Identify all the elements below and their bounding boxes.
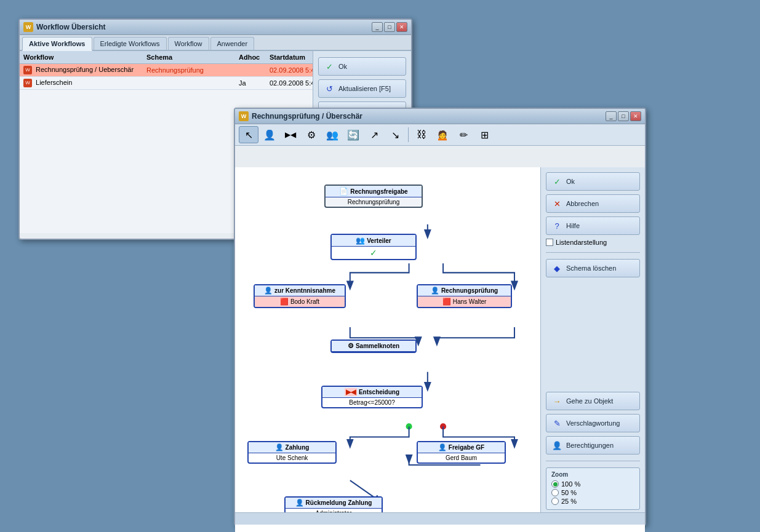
rechnungspruefung-window: W Rechnungsprüfung / Überschär _ □ ✕ ↖ 👤…: [234, 108, 646, 526]
tab-aktive-workflows[interactable]: Aktive Workflows: [22, 37, 92, 51]
svg-point-2: [406, 423, 412, 429]
win1-tabs: Aktive Workflows Erledigte Workflows Wor…: [20, 35, 411, 51]
zoom-50-option[interactable]: 50 %: [551, 489, 634, 496]
win2-abbrechen-btn[interactable]: ✕ Abbrechen: [546, 194, 640, 213]
zoom-title: Zoom: [551, 471, 634, 478]
node-sammelknoten-header: ⚙ Sammelknoten: [332, 341, 415, 352]
win1-ok-btn[interactable]: ✓ Ok: [318, 57, 406, 76]
refresh-icon: ↺: [324, 83, 335, 94]
tab-anwender[interactable]: Anwender: [210, 37, 255, 50]
node-entscheidung-body: Betrag<=25000?: [322, 398, 422, 407]
permissions-icon: 👤: [551, 440, 562, 451]
tool-connect-btn[interactable]: ⚙: [302, 126, 321, 143]
tool-arrow-diag-btn[interactable]: ↘: [385, 126, 405, 143]
col-schema: Schema: [145, 53, 238, 62]
node-verteiler-header: 👥 Verteiler: [332, 235, 415, 247]
win1-title: W Workflow Übersicht: [23, 22, 105, 32]
node-verteiler[interactable]: 👥 Verteiler ✓: [330, 234, 417, 260]
node-rechnungsfreigabe-header: 📄 Rechnungsfreigabe: [326, 186, 422, 197]
node-rechnungsfreigabe[interactable]: 📄 Rechnungsfreigabe Rechnungsprüfung: [324, 185, 423, 208]
win1-controls: _ □ ✕: [372, 22, 407, 32]
tool-select-btn[interactable]: ↖: [239, 126, 258, 143]
win1-title-text: Workflow Übersicht: [36, 23, 105, 31]
tool-arrow-right-btn[interactable]: ↗: [364, 126, 384, 143]
check-icon: ✓: [551, 176, 562, 187]
tool-graph-btn[interactable]: ⛓: [412, 126, 431, 143]
win2-berechtigungen-btn[interactable]: 👤 Berechtigungen: [546, 436, 640, 455]
win2-verschlagwortung-btn[interactable]: ✎ Verschlagwortung: [546, 414, 640, 432]
zoom-100-radio-inner: [553, 482, 558, 486]
win2-schema-loeschen-btn[interactable]: ◆ Schema löschen: [546, 259, 640, 277]
node-freigabe-gf[interactable]: 👤 Freigabe GF Gerd Baum: [417, 441, 506, 464]
win2-toolbar: ↖ 👤 ▶◀ ⚙ 👥 🔄 ↗ ↘ ⛓ 🙍 ✏ ⊞: [235, 124, 645, 146]
sidebar-divider-2: [546, 461, 640, 461]
node-rechnungspruefung-user-body: 🟥 Hans Walter: [418, 296, 511, 307]
node-zur-kenntnis-header: 👤 zur Kenntnnisnahme: [255, 285, 345, 296]
win2-close-btn[interactable]: ✕: [630, 111, 641, 121]
win2-ok-btn[interactable]: ✓ Ok: [546, 172, 640, 191]
tool-sync-btn[interactable]: 🔄: [343, 126, 363, 143]
cell-adhoc-2: Ja: [238, 79, 268, 87]
node-verteiler-body: ✓: [332, 247, 415, 259]
win1-titlebar: W Workflow Übersicht _ □ ✕: [20, 20, 411, 35]
node-freigabe-gf-header: 👤 Freigabe GF: [418, 442, 505, 453]
win2-gehe-zu-objekt-btn[interactable]: → Gehe zu Objekt: [546, 392, 640, 410]
win2-maximize-btn[interactable]: □: [618, 111, 629, 121]
win2-titlebar: W Rechnungsprüfung / Überschär _ □ ✕: [235, 109, 645, 124]
tab-workflow[interactable]: Workflow: [168, 37, 209, 50]
node-freigabe-gf-body: Gerd Baum: [418, 453, 505, 463]
tool-person-btn[interactable]: 🙍: [433, 126, 452, 143]
win2-title-text: Rechnungsprüfung / Überschär: [252, 112, 362, 121]
zoom-100-radio[interactable]: [551, 480, 559, 488]
win1-icon: W: [23, 22, 33, 32]
win2-status-bar: [235, 512, 645, 525]
tool-user-btn[interactable]: 👤: [260, 126, 279, 143]
tool-group-btn[interactable]: 👥: [322, 126, 342, 143]
win2-minimize-btn[interactable]: _: [606, 111, 617, 121]
col-adhoc: Adhoc: [238, 53, 268, 62]
win1-minimize-btn[interactable]: _: [372, 22, 383, 32]
cell-schema-2: [145, 82, 238, 84]
zoom-25-radio[interactable]: [551, 498, 559, 505]
win1-close-btn[interactable]: ✕: [396, 22, 407, 32]
win2-hilfe-btn[interactable]: ? Hilfe: [546, 216, 640, 235]
svg-point-3: [440, 423, 446, 429]
node-zur-kenntnis[interactable]: 👤 zur Kenntnnisnahme 🟥 Bodo Kraft: [254, 284, 346, 308]
zoom-100-option[interactable]: 100 %: [551, 480, 634, 488]
listendarstellung-label: Listendarstellung: [556, 239, 607, 246]
cell-adhoc-1: [238, 69, 268, 71]
sidebar-spacer: [546, 281, 640, 388]
sidebar-divider-1: [546, 252, 640, 253]
col-workflow: Workflow: [22, 53, 145, 62]
tag-icon: ✎: [551, 418, 562, 429]
tab-erledigte-workflows[interactable]: Erledigte Workflows: [94, 37, 167, 50]
tool-decision-btn[interactable]: ▶◀: [281, 126, 300, 143]
node-rechnungspruefung-user-header: 👤 Rechnungsprüfung: [418, 285, 511, 296]
listendarstellung-checkbox[interactable]: [546, 239, 553, 246]
node-rueckmeldung-header: 👤 Rückmeldung Zahlung: [286, 498, 382, 509]
win1-aktualisieren-btn[interactable]: ↺ Aktualisieren [F5]: [318, 79, 406, 98]
node-zahlung-header: 👤 Zahlung: [249, 442, 335, 453]
win2-title: W Rechnungsprüfung / Überschär: [239, 111, 362, 121]
node-rechnungspruefung-user[interactable]: 👤 Rechnungsprüfung 🟥 Hans Walter: [417, 284, 512, 308]
zoom-25-option[interactable]: 25 %: [551, 498, 634, 505]
tool-erase-btn[interactable]: ✏: [454, 126, 473, 143]
zoom-50-radio[interactable]: [551, 489, 559, 496]
check-icon: ✓: [324, 61, 335, 72]
win2-controls: _ □ ✕: [606, 111, 641, 121]
node-zahlung[interactable]: 👤 Zahlung Ute Schenk: [247, 441, 337, 464]
cell-schema-1: Rechnungsprüfung: [145, 66, 238, 74]
win2-icon: W: [239, 111, 249, 121]
win1-maximize-btn[interactable]: □: [384, 22, 395, 32]
win2-sidebar: ✓ Ok ✕ Abbrechen ? Hilfe Listendarstellu…: [540, 167, 645, 515]
toolbar-sep-1: [408, 127, 409, 142]
node-sammelknoten[interactable]: ⚙ Sammelknoten: [330, 339, 417, 353]
tool-grid-btn[interactable]: ⊞: [474, 126, 494, 143]
schema-icon: ◆: [551, 263, 562, 274]
node-zahlung-body: Ute Schenk: [249, 453, 335, 463]
zoom-group: Zoom 100 % 50 % 25 %: [546, 467, 640, 510]
node-entscheidung[interactable]: ▶◀ Entscheidung Betrag<=25000?: [321, 386, 423, 408]
listendarstellung-checkbox-area: Listendarstellung: [546, 239, 640, 246]
cell-workflow-2: W Lieferschein: [22, 78, 145, 88]
node-entscheidung-header: ▶◀ Entscheidung: [322, 387, 422, 398]
